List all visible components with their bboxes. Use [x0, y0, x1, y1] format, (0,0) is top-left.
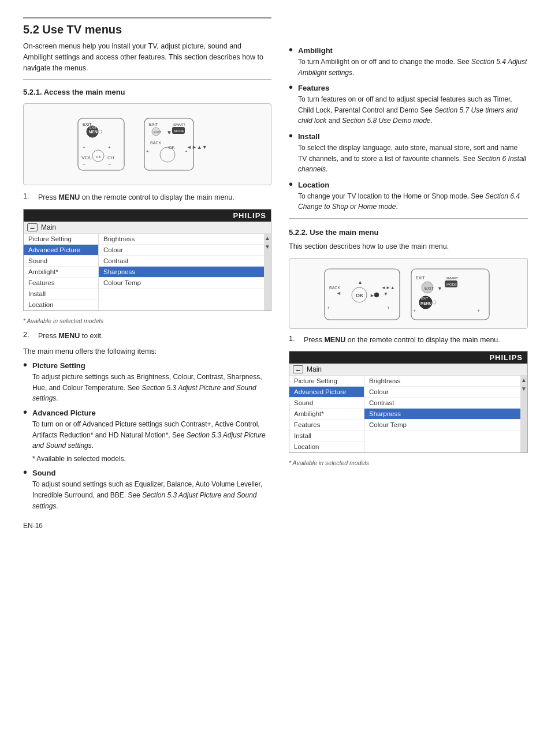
bullet-picture-setting: • Picture Setting To adjust picture sett…	[23, 361, 271, 404]
svg-text:EXIT: EXIT	[416, 276, 425, 280]
menu-item-advanced-picture: Advanced Picture	[24, 245, 98, 256]
bullet-install: • Install To select the display language…	[289, 132, 528, 175]
menu-title-row-2: ▬ Main	[289, 364, 527, 376]
menu-item-install: Install	[24, 289, 98, 300]
menu-body-1: Picture Setting Advanced Picture Sound A…	[24, 234, 271, 310]
svg-text:EXIT: EXIT	[421, 297, 429, 300]
bullet-body-3: To adjust sound settings such as Equaliz…	[32, 479, 271, 511]
bullet-dot-3: •	[23, 466, 29, 478]
bullet-body-1: To adjust picture settings such as Brigh…	[32, 372, 271, 404]
footnote-1: * Available in selected models	[23, 317, 271, 326]
section-52-intro: On-screen menus help you install your TV…	[23, 41, 271, 73]
bullet-content-7: Location To change your TV location to t…	[298, 181, 528, 212]
bullet-title-2: Advanced Picture	[32, 409, 271, 417]
svg-text:SMART: SMART	[173, 123, 185, 126]
bullet-title-6: Install	[298, 132, 528, 141]
bullet-footnote-2: * Available in selected models.	[32, 454, 271, 465]
bullet-title-1: Picture Setting	[32, 361, 271, 370]
scroll-up-2: ▲	[520, 376, 528, 384]
section-522-intro: This section describes how to use the ma…	[289, 241, 528, 252]
menu2-item-advanced-picture: Advanced Picture	[289, 387, 364, 398]
svg-text:−: −	[83, 162, 85, 167]
menu-right-contrast: Contrast	[99, 256, 264, 267]
svg-text:BACK: BACK	[329, 286, 340, 290]
svg-text:EXIT: EXIT	[425, 286, 434, 290]
menu-scrollbar-2: ▲ ▼	[520, 376, 527, 452]
remote-diagram-1: EXIT EXIT MENU + VOL − ok + CH	[23, 103, 271, 185]
menu-header-1: PHILIPS	[24, 209, 271, 222]
menu-right-colour: Colour	[99, 245, 264, 256]
section-522: 5.2.2. Use the main menu This section de…	[289, 228, 528, 468]
bullet-body-2: To turn on or off Advanced Picture setti…	[32, 419, 271, 451]
menu2-right-brightness: Brightness	[364, 376, 520, 387]
bullet-features: • Features To turn features on or off an…	[289, 84, 528, 126]
svg-text:◄►▲: ◄►▲	[381, 285, 395, 290]
step-522-1-text: Press MENU on the remote control to disp…	[304, 335, 500, 346]
step-1-num: 1.	[23, 192, 35, 203]
bullet-content-4: Ambilight To turn Ambilight on or off an…	[298, 46, 528, 78]
section-522-title: 5.2.2. Use the main menu	[289, 228, 528, 237]
menu2-right-sharpness: Sharpness	[364, 409, 520, 420]
svg-text:+: +	[387, 305, 390, 310]
svg-text:MENU: MENU	[420, 301, 431, 305]
menu-item-sound: Sound	[24, 256, 98, 267]
bullet-content-2: Advanced Picture To turn on or off Advan…	[32, 409, 271, 464]
svg-text:CH: CH	[107, 155, 114, 160]
bullet-title-3: Sound	[32, 469, 271, 477]
menu-diagram-2: PHILIPS ▬ Main Picture Setting Advanced …	[289, 351, 528, 453]
offers-text: The main menu offers the following items…	[23, 346, 271, 357]
svg-text:◄►▲▼: ◄►▲▼	[187, 144, 207, 150]
svg-text:+: +	[83, 145, 85, 150]
scroll-down-2: ▼	[520, 384, 528, 393]
step-1: 1. Press MENU on the remote control to d…	[23, 192, 271, 203]
svg-text:▼: ▼	[384, 291, 388, 297]
menu-right-col-1: Brightness Colour Contrast Sharpness Col…	[99, 234, 264, 310]
page-number: EN-16	[23, 522, 271, 530]
bullet-title-4: Ambilight	[298, 46, 528, 55]
svg-text:−: −	[108, 162, 111, 167]
menu-left-col-2: Picture Setting Advanced Picture Sound A…	[289, 376, 364, 452]
menu-item-location: Location	[24, 300, 98, 310]
bullet-dot-5: •	[289, 81, 295, 93]
svg-text:SMART: SMART	[446, 276, 458, 280]
menu-item-picture-setting: Picture Setting	[24, 234, 98, 245]
menu2-item-features: Features	[289, 420, 364, 431]
bullet-body-6: To select the display language, auto sto…	[298, 143, 528, 175]
svg-text:+: +	[413, 308, 416, 313]
svg-text:OK: OK	[356, 293, 364, 298]
svg-text:►: ►	[370, 293, 375, 298]
menu-item-ambilight: Ambilight*	[24, 267, 98, 278]
divider-1	[23, 79, 271, 80]
svg-text:EXIT: EXIT	[90, 126, 97, 129]
section-52-title: 5.2 Use TV menus	[23, 17, 271, 36]
svg-text:▲: ▲	[358, 279, 363, 285]
menu-right-brightness: Brightness	[99, 234, 264, 245]
bullet-dot-6: •	[289, 130, 295, 141]
svg-text:▼: ▼	[166, 129, 172, 136]
page: 5.2 Use TV menus On-screen menus help yo…	[0, 0, 551, 756]
menu-scrollbar-1: ▲ ▼	[264, 234, 271, 310]
scroll-up-1: ▲	[263, 234, 271, 242]
step-2-text: Press MENU to exit.	[38, 331, 103, 342]
menu-header-2: PHILIPS	[289, 351, 527, 364]
bullet-title-7: Location	[298, 181, 528, 189]
svg-point-51	[433, 301, 436, 304]
step-522-1: 1. Press MENU on the remote control to d…	[289, 335, 528, 346]
scroll-down-1: ▼	[263, 242, 271, 251]
svg-text:EXIT: EXIT	[154, 130, 162, 134]
divider-2	[289, 218, 528, 219]
bullet-body-5: To turn features on or off and to adjust…	[298, 94, 528, 126]
menu2-right-colour-temp: Colour Temp	[364, 420, 520, 431]
svg-point-5	[98, 130, 102, 133]
step-2-num: 2.	[23, 331, 35, 342]
svg-point-26	[160, 147, 175, 162]
remote-svg-1: EXIT EXIT MENU + VOL − ok + CH	[61, 110, 234, 179]
step-2: 2. Press MENU to exit.	[23, 331, 271, 342]
bullet-body-4: To turn Ambilight on or off and to chang…	[298, 57, 528, 78]
bullet-ambilight: • Ambilight To turn Ambilight on or off …	[289, 46, 528, 78]
menu2-item-picture-setting: Picture Setting	[289, 376, 364, 387]
bullet-body-7: To change your TV location to the Home o…	[298, 191, 528, 212]
menu2-item-sound: Sound	[289, 398, 364, 409]
left-column: 5.2 Use TV menus On-screen menus help yo…	[23, 17, 271, 739]
bullet-title-5: Features	[298, 84, 528, 92]
